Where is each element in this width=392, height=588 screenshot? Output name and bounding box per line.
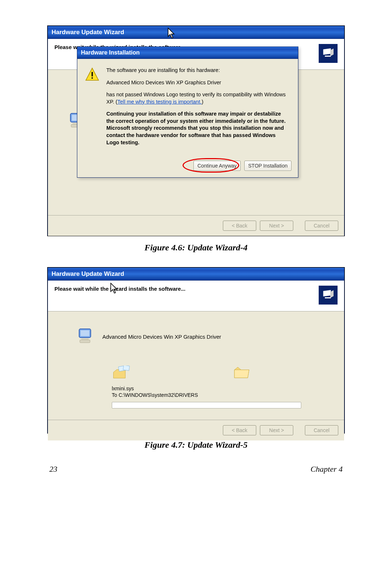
dialog-line2: Advanced Micro Devices Win XP Graphics D…: [106, 79, 289, 86]
svg-rect-0: [323, 48, 331, 55]
wizard-title-text: Hardware Update Wizard: [52, 29, 124, 36]
wizard-logo-icon-2: [319, 286, 338, 305]
mouse-cursor-icon: [168, 28, 176, 39]
dialog-line1: The software you are installing for this…: [106, 67, 289, 74]
mouse-cursor-icon-2: [110, 283, 118, 294]
back-button-2: < Back: [223, 425, 256, 435]
tell-me-why-link[interactable]: Tell me why this testing is important.: [117, 99, 201, 105]
svg-rect-13: [80, 340, 90, 343]
dialog-warning-paragraph: Continuing your installation of this sof…: [106, 110, 289, 146]
svg-rect-1: [325, 56, 331, 57]
wizard-titlebar: Hardware Update Wizard: [48, 26, 344, 39]
svg-rect-8: [323, 290, 331, 297]
computer-icon-2: [78, 327, 95, 346]
back-button: < Back: [223, 221, 256, 231]
next-button: Next >: [260, 221, 293, 231]
page-number: 23: [49, 464, 57, 474]
cancel-button: Cancel: [305, 221, 338, 231]
wizard-header-2: Please wait while the wizard installs th…: [48, 281, 344, 311]
driver-name-text: Advanced Micro Devices Win XP Graphics D…: [102, 334, 221, 340]
warning-icon: [85, 67, 100, 151]
page-footer: 23 Chapter 4: [47, 464, 345, 474]
figure-4-6: Hardware Update Wizard Please wait while…: [47, 25, 345, 236]
wizard-heading-2: Please wait while the wizard installs th…: [54, 286, 319, 292]
svg-rect-9: [325, 297, 331, 298]
hardware-installation-dialog: Hardware Installation The software you a…: [77, 47, 298, 178]
wizard-title-text-2: Hardware Update Wizard: [52, 270, 124, 278]
figure-4-7: Hardware Update Wizard Please wait while…: [47, 267, 345, 434]
svg-rect-6: [91, 72, 93, 76]
cancel-button-2: Cancel: [305, 425, 338, 435]
wizard-footer: < Back Next > Cancel: [48, 215, 344, 236]
files-transfer-icon: [112, 366, 134, 382]
chapter-label: Chapter 4: [310, 464, 343, 474]
dialog-titlebar: Hardware Installation: [77, 47, 298, 59]
wizard-titlebar-2: Hardware Update Wizard: [48, 268, 344, 281]
svg-rect-15: [123, 366, 130, 371]
next-button-2: Next >: [260, 425, 293, 435]
svg-rect-12: [81, 338, 89, 340]
destination-folder-icon: [234, 366, 250, 382]
dialog-line3: has not passed Windows Logo testing to v…: [106, 91, 289, 105]
svg-rect-7: [91, 77, 93, 79]
hardware-update-wizard-window-2: Hardware Update Wizard Please wait while…: [48, 267, 344, 433]
figure-4-7-caption: Figure 4.7: Update Wizard-5: [47, 440, 345, 450]
progress-bar: [112, 402, 301, 408]
figure-4-6-caption: Figure 4.6: Update Wizard-4: [47, 243, 345, 253]
svg-rect-11: [81, 330, 89, 336]
wizard-footer-2: < Back Next > Cancel: [48, 420, 344, 440]
continue-anyway-button[interactable]: Continue Anyway: [193, 161, 241, 171]
stop-installation-button[interactable]: STOP Installation: [244, 161, 291, 171]
wizard-logo-icon: [319, 44, 338, 63]
wizard-body-2: Advanced Micro Devices Win XP Graphics D…: [48, 311, 344, 420]
copy-destination: To C:\WINDOWS\system32\DRIVERS: [112, 392, 301, 398]
dialog-text: The software you are installing for this…: [106, 67, 289, 151]
dialog-title-text: Hardware Installation: [81, 49, 140, 56]
copy-file-name: lxmini.sys: [112, 385, 301, 392]
dialog-footer: Continue Anyway STOP Installation: [77, 158, 298, 177]
hardware-update-wizard-window: Hardware Update Wizard Please wait while…: [48, 26, 344, 236]
